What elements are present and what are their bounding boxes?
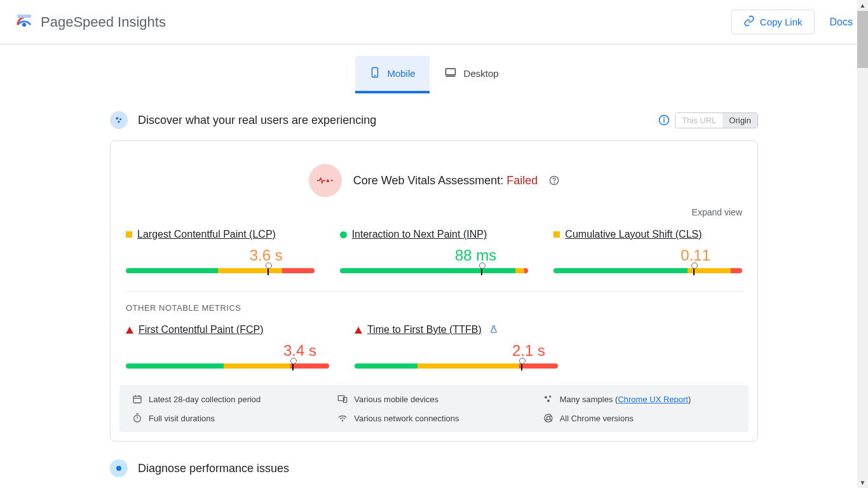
tab-mobile[interactable]: Mobile	[355, 56, 429, 93]
toggle-this-url[interactable]: This URL	[675, 113, 722, 128]
app-header: PageSpeed Insights Copy Link Docs	[0, 0, 868, 44]
info-samples: Many samples (Chrome UX Report)	[543, 394, 736, 404]
svg-point-30	[546, 416, 550, 419]
info-durations: Full visit durations	[132, 413, 325, 423]
calendar-icon	[132, 394, 142, 404]
svg-point-6	[116, 117, 118, 119]
svg-rect-4	[445, 69, 455, 75]
diagnose-title: Diagnose performance issues	[138, 462, 289, 475]
url-origin-toggle: This URL Origin	[675, 112, 758, 128]
fcp-name[interactable]: First Contentful Paint (FCP)	[139, 324, 264, 336]
samples-icon	[543, 394, 553, 404]
cls-value: 0.11	[553, 247, 742, 264]
docs-link[interactable]: Docs	[830, 17, 853, 28]
metric-lcp: Largest Contentful Paint (LCP) 3.6 s	[126, 229, 315, 273]
expand-view-link[interactable]: Expand view	[111, 203, 757, 229]
info-durations-text: Full visit durations	[149, 414, 215, 423]
mobile-icon	[369, 65, 381, 82]
pagespeed-logo-icon	[15, 13, 33, 31]
toggle-origin[interactable]: Origin	[722, 113, 757, 128]
section-header-right: This URL Origin	[658, 112, 758, 128]
info-devices-text: Various mobile devices	[354, 395, 438, 404]
svg-marker-12	[326, 179, 329, 182]
cwv-assessment-text: Core Web Vitals Assessment: Failed	[353, 174, 538, 187]
real-users-section-header: Discover what your real users are experi…	[110, 111, 758, 129]
svg-rect-1	[17, 15, 31, 18]
devices-icon	[337, 394, 348, 404]
header-right: Copy Link Docs	[731, 10, 853, 34]
scroll-up-arrow-icon[interactable]: ▲	[857, 0, 868, 11]
experimental-flask-icon	[489, 325, 498, 336]
tab-desktop[interactable]: Desktop	[430, 56, 513, 93]
svg-rect-16	[133, 396, 141, 403]
content-container: Discover what your real users are experi…	[97, 111, 771, 477]
cwv-status-icon	[309, 164, 342, 197]
fcp-status-triangle-icon	[126, 327, 133, 334]
desktop-icon	[444, 67, 458, 80]
svg-point-15	[554, 183, 555, 184]
fcp-value: 3.4 s	[126, 342, 329, 360]
cls-name[interactable]: Cumulative Layout Shift (CLS)	[565, 229, 702, 240]
cwv-status: Failed	[506, 174, 538, 187]
crux-report-link[interactable]: Chrome UX Report	[618, 395, 688, 404]
metric-fcp: First Contentful Paint (FCP) 3.4 s	[126, 324, 329, 369]
cls-distribution-bar	[553, 268, 742, 273]
section-header-left: Discover what your real users are experi…	[110, 111, 376, 129]
inp-distribution-bar	[340, 268, 529, 273]
tab-desktop-label: Desktop	[464, 68, 499, 79]
metric-inp: Interaction to Next Paint (INP) 88 ms	[340, 229, 529, 273]
info-period: Latest 28-day collection period	[132, 394, 325, 404]
collection-info-box: Latest 28-day collection period Various …	[119, 385, 749, 432]
info-connections: Various network connections	[337, 413, 530, 423]
app-title: PageSpeed Insights	[41, 14, 166, 30]
link-icon	[743, 15, 755, 29]
metric-cls: Cumulative Layout Shift (CLS) 0.11	[553, 229, 742, 273]
copy-link-button[interactable]: Copy Link	[731, 10, 815, 34]
wifi-icon	[337, 413, 348, 423]
header-left: PageSpeed Insights	[15, 13, 166, 31]
svg-point-13	[331, 180, 333, 182]
other-metrics-label: Other Notable Metrics	[111, 303, 757, 324]
info-period-text: Latest 28-day collection period	[149, 395, 261, 404]
info-connections-text: Various network connections	[354, 414, 459, 423]
ttfb-distribution-bar	[355, 363, 558, 369]
svg-point-24	[547, 400, 550, 402]
diagnose-section-header: Diagnose performance issues	[110, 459, 758, 477]
svg-point-23	[549, 395, 551, 397]
ttfb-status-triangle-icon	[355, 327, 362, 334]
inp-value: 88 ms	[340, 247, 529, 264]
cwv-assessment-row: Core Web Vitals Assessment: Failed	[111, 141, 757, 203]
info-icon[interactable]	[658, 114, 670, 126]
lcp-status-square-icon	[126, 231, 132, 238]
svg-point-7	[119, 118, 121, 120]
device-tabs: Mobile Desktop	[0, 56, 868, 93]
scrollbar[interactable]: ▲ ▼	[857, 0, 868, 477]
ttfb-value: 2.1 s	[355, 342, 558, 360]
tab-mobile-label: Mobile	[387, 68, 415, 79]
core-metrics-row: Largest Contentful Paint (LCP) 3.6 s Int…	[111, 229, 757, 273]
inp-name[interactable]: Interaction to Next Paint (INP)	[352, 229, 487, 240]
scrollbar-thumb[interactable]	[857, 11, 868, 68]
copy-link-label: Copy Link	[760, 17, 803, 27]
lcp-value: 3.6 s	[126, 247, 315, 264]
real-users-title: Discover what your real users are experi…	[138, 114, 376, 127]
info-versions: All Chrome versions	[543, 413, 736, 423]
gauge-icon	[110, 459, 128, 477]
ttfb-name[interactable]: Time to First Byte (TTFB)	[367, 324, 482, 336]
svg-point-28	[342, 420, 343, 421]
lcp-distribution-bar	[126, 268, 315, 273]
info-samples-text: Many samples (Chrome UX Report)	[560, 395, 691, 404]
info-versions-text: All Chrome versions	[560, 414, 634, 423]
svg-point-22	[545, 396, 547, 398]
crux-card: Core Web Vitals Assessment: Failed Expan…	[110, 140, 758, 442]
svg-point-11	[664, 118, 665, 118]
help-icon[interactable]	[549, 175, 559, 186]
users-icon	[110, 111, 128, 129]
chrome-icon	[543, 413, 553, 423]
cls-status-square-icon	[553, 231, 560, 238]
metric-ttfb: Time to First Byte (TTFB) 2.1 s	[355, 324, 558, 369]
separator	[126, 291, 742, 292]
other-metrics-row: First Contentful Paint (FCP) 3.4 s Time …	[111, 324, 757, 369]
lcp-name[interactable]: Largest Contentful Paint (LCP)	[137, 229, 276, 240]
svg-point-8	[118, 121, 119, 123]
